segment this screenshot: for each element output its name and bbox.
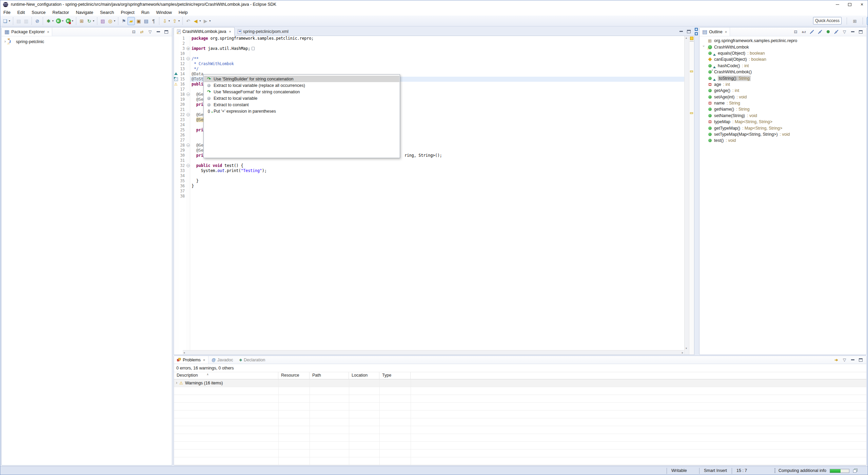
menu-project[interactable]: Project (117, 10, 138, 15)
minimize-view-icon[interactable] (850, 30, 855, 34)
external-tools-button[interactable]: ↻ (85, 17, 93, 25)
annotation-ruler[interactable]: ⚠ (174, 36, 179, 355)
sort-icon[interactable]: a↓z (802, 30, 806, 34)
new-java-project-button[interactable]: ⊞ (78, 17, 85, 25)
next-edit-position-button[interactable]: ▣ (135, 17, 142, 25)
view-menu-icon[interactable]: ▽ (148, 30, 152, 34)
restore-stack-icon[interactable] (695, 28, 698, 31)
minimize-view-icon[interactable] (156, 30, 160, 34)
hide-fields-icon[interactable]: ▫ (810, 30, 814, 34)
menu-navigate[interactable]: Navigate (73, 10, 97, 15)
outline-item-crashwithlombok-[interactable]: cCrashWithLombok() (699, 69, 866, 75)
outline-item-getage-[interactable]: getAge() : int (699, 88, 866, 94)
code-line-11[interactable]: /** (190, 56, 684, 61)
search-dropdown-icon[interactable]: ▾ (114, 19, 115, 22)
show-whitespace-button[interactable]: ¶ (150, 17, 157, 25)
outline-item-gettypemap-[interactable]: getTypeMap() : Map<String, String> (699, 125, 866, 131)
expand-chevron-icon[interactable]: › (176, 380, 177, 385)
quick-fix-item[interactable]: ↷Use 'StringBuilder' for string concaten… (204, 76, 399, 82)
fold-expand-icon[interactable]: + (186, 47, 190, 50)
code-line-35[interactable]: } (190, 178, 684, 184)
minimize-view-icon[interactable] (850, 358, 855, 362)
scroll-right-icon[interactable]: ▸ (682, 351, 683, 354)
overview-warning-header-icon[interactable] (690, 37, 693, 40)
outline-item-equals-object-[interactable]: equals(Object) : boolean (699, 50, 866, 56)
code-line-33[interactable]: System.out.print("Testing"); (190, 168, 684, 173)
outline-item-hashcode-[interactable]: hashCode() : int (699, 63, 866, 69)
next-annotation-dropdown-icon[interactable]: ▾ (169, 19, 170, 22)
maximize-editor-icon[interactable] (687, 29, 691, 34)
back-dropdown-icon[interactable]: ▾ (199, 19, 201, 22)
scroll-left-icon[interactable]: ◂ (183, 351, 185, 354)
show-selected-element-button[interactable]: ▤ (142, 17, 150, 25)
save-all-button[interactable]: ▥ (22, 17, 30, 25)
menu-help[interactable]: Help (175, 10, 191, 15)
code-line-34[interactable] (190, 173, 684, 178)
maximize-view-icon[interactable] (859, 358, 863, 362)
tree-item-spring-petclinic[interactable]: › MJ⚠ spring-petclinic (2, 36, 172, 44)
quick-fix-item[interactable]: Extract to local variable (204, 95, 399, 101)
outline-item-name[interactable]: name : String (699, 100, 866, 106)
vertical-scrollbar[interactable]: ▴ ▾ (684, 36, 689, 355)
code-line-32[interactable]: public void test() { (190, 163, 684, 168)
hide-static-members-icon[interactable]: s (818, 30, 822, 34)
quickfix-marker-icon[interactable] (174, 77, 178, 81)
problems-tab-javadoc[interactable]: @Javadoc (209, 356, 236, 364)
run-button[interactable]: ▶ (55, 17, 62, 25)
menu-window[interactable]: Window (153, 10, 175, 15)
outline-item-age[interactable]: age : int (699, 81, 866, 88)
quick-fix-item[interactable]: Extract to local variable (replace all o… (204, 82, 399, 89)
outline-item-org-springframework-samples-petclinic-repro[interactable]: ⊞org.springframework.samples.petclinic.r… (699, 38, 866, 44)
view-menu-icon[interactable]: ▽ (842, 358, 847, 362)
fold-collapse-icon[interactable]: − (186, 144, 190, 147)
problems-tab-problems[interactable]: Problems× (174, 356, 209, 364)
search-button[interactable]: ◎ (106, 17, 114, 25)
menu-search[interactable]: Search (97, 10, 117, 15)
code-line-10[interactable] (190, 51, 684, 56)
outline-item-settypemap-map-string-string-[interactable]: setTypeMap(Map<String, String>) : void (699, 131, 866, 137)
horizontal-scrollbar[interactable]: ◂ ▸ (183, 350, 684, 355)
minimize-button[interactable] (831, 0, 844, 9)
java-perspective-button[interactable]: J (867, 17, 868, 25)
view-menu-icon[interactable]: ▽ (842, 30, 847, 34)
outline-item-getname-[interactable]: getName() : String (699, 106, 866, 112)
pin-editor-button[interactable]: ⚑ (120, 17, 127, 25)
close-icon[interactable]: × (725, 30, 727, 34)
code-line-12[interactable]: * CrashWithLombok (190, 61, 684, 66)
overview-warning-mark[interactable] (690, 112, 693, 114)
outline-item-test-[interactable]: test() : void (699, 137, 866, 144)
maximize-view-icon[interactable] (859, 30, 863, 34)
run-dropdown-icon[interactable]: ▾ (62, 19, 63, 22)
forward-button[interactable]: ▶ (202, 17, 209, 25)
editor-tab-spring-petclinic-pom-xml[interactable]: Mspring-petclinic/pom.xml (235, 27, 292, 36)
previous-annotation-button[interactable]: ⇧ (171, 17, 178, 25)
package-explorer-tab[interactable]: ▦ Package Explorer × (2, 27, 52, 36)
quick-fix-item[interactable]: ()+Put '+' expression in parentheses (204, 108, 399, 114)
skip-all-breakpoints-button[interactable]: ⊘ (34, 17, 41, 25)
hide-non-public-icon[interactable] (826, 30, 830, 34)
collapse-all-icon[interactable]: ⊟ (793, 30, 798, 34)
maximize-view-icon[interactable] (164, 30, 169, 34)
forward-dropdown-icon[interactable]: ▾ (209, 19, 211, 22)
close-icon[interactable]: × (47, 30, 49, 34)
hide-local-types-icon[interactable]: L (834, 30, 839, 34)
code-line-2[interactable] (190, 41, 684, 46)
outline-item-crashwithlombok[interactable]: ›⚠CrashWithLombok (699, 44, 866, 50)
menu-edit[interactable]: Edit (14, 10, 28, 15)
filter-icon[interactable]: ➔ (834, 358, 839, 362)
open-perspective-button[interactable]: ⊞ (851, 17, 859, 25)
quick-access-box[interactable]: Quick Access (813, 17, 842, 24)
run-coverage-button[interactable]: ▶ (64, 17, 72, 25)
close-icon[interactable]: × (229, 30, 231, 34)
scroll-down-icon[interactable]: ▾ (686, 347, 687, 350)
external-tools-dropdown-icon[interactable]: ▾ (93, 19, 94, 22)
view-stack-icon[interactable] (695, 32, 698, 35)
outline-item-setname-string-[interactable]: setName(String) : void (699, 113, 866, 119)
column-header-path[interactable]: Path (310, 372, 349, 379)
menu-file[interactable]: File (0, 10, 14, 15)
debug-button[interactable]: ✱ (45, 17, 52, 25)
maximize-button[interactable] (844, 0, 856, 9)
code-line-13[interactable]: */ (190, 66, 684, 72)
run-coverage-dropdown-icon[interactable]: ▾ (72, 19, 73, 22)
code-line-31[interactable] (190, 158, 684, 163)
